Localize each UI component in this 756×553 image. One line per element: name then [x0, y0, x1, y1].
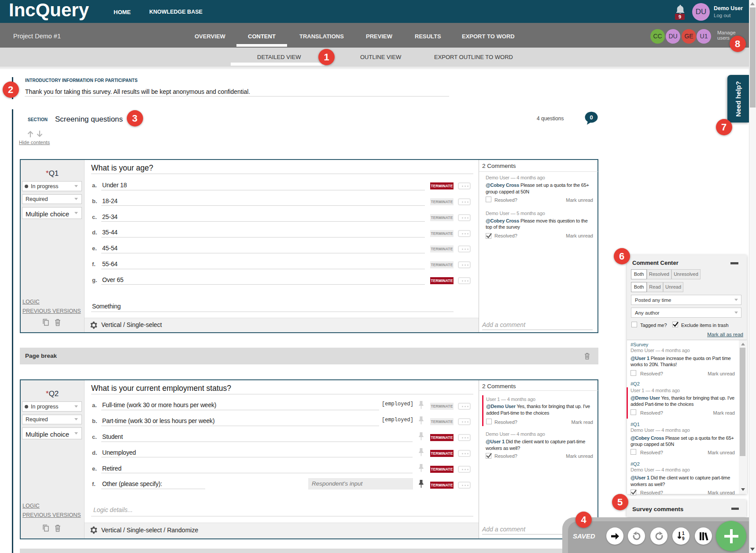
svg-text:0: 0: [590, 114, 593, 121]
svg-text:9: 9: [682, 536, 685, 541]
svg-text:1: 1: [682, 531, 685, 536]
